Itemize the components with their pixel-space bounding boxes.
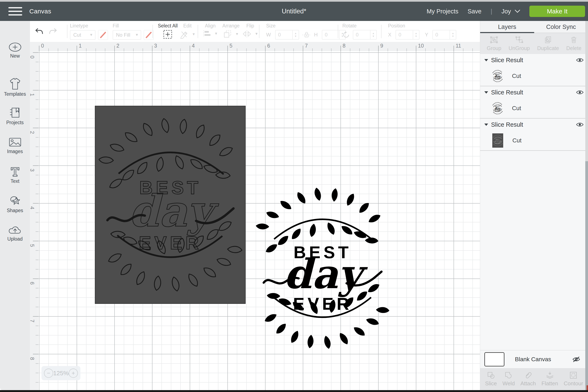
- stepper-icon[interactable]: ▲▼: [450, 30, 456, 39]
- fill-swatch[interactable]: [144, 30, 154, 40]
- contour-button[interactable]: Contour: [562, 371, 584, 387]
- weld-button[interactable]: Weld: [501, 371, 516, 387]
- text-icon: [8, 166, 22, 177]
- group-button[interactable]: Group: [486, 36, 502, 52]
- layer-group: Slice Result Cut: [480, 86, 588, 118]
- layer-tools-bar: Slice Weld Attach Flatten Contour: [480, 368, 588, 390]
- select-all-button[interactable]: Select All: [156, 21, 180, 42]
- hamburger-menu-icon[interactable]: [8, 7, 22, 16]
- collapse-triangle-icon[interactable]: [484, 91, 488, 94]
- layer-row-cut[interactable]: Cut: [480, 131, 588, 150]
- layer-thumbnail: [492, 102, 503, 115]
- lock-aspect-icon[interactable]: [302, 31, 311, 38]
- linetype-swatch[interactable]: [98, 30, 108, 40]
- toolbar-divider: [152, 25, 153, 38]
- sidebar-item-new[interactable]: New: [0, 42, 30, 59]
- machine-selector[interactable]: Joy: [502, 8, 520, 15]
- duplicate-button[interactable]: Duplicate: [536, 36, 560, 52]
- make-it-button[interactable]: Make It: [529, 6, 585, 17]
- zoom-out-icon[interactable]: −: [44, 368, 53, 378]
- toolbar-divider: [259, 25, 260, 38]
- layers-panel: Layers Color Sync Group UnGroup Duplicat…: [480, 21, 588, 390]
- arrange-button[interactable]: Arrange ▼: [221, 21, 241, 42]
- eye-icon[interactable]: [576, 58, 584, 63]
- tab-color-sync[interactable]: Color Sync: [534, 21, 588, 33]
- save-link[interactable]: Save: [468, 8, 482, 15]
- layer-group: Slice Result Cut: [480, 118, 588, 151]
- sidebar-item-images[interactable]: Images: [0, 136, 30, 154]
- toolbar-divider: [381, 25, 382, 38]
- flatten-icon: [546, 372, 554, 379]
- flatten-button[interactable]: Flatten: [540, 371, 560, 387]
- sidebar-item-upload[interactable]: Upload: [0, 224, 30, 242]
- layer-row-cut[interactable]: Cut: [480, 66, 588, 86]
- contour-icon: [569, 372, 577, 379]
- collapse-triangle-icon[interactable]: [484, 59, 488, 61]
- rotate-label: Rotate: [342, 23, 377, 29]
- delete-button[interactable]: Delete: [565, 36, 582, 52]
- my-projects-link[interactable]: My Projects: [426, 8, 458, 15]
- horizontal-ruler: 0 1 2 3 4 5 6 7 8 9 10 11: [30, 42, 480, 52]
- dropdown-caret-icon: ▼: [235, 32, 239, 36]
- layer-thumbnail: [492, 134, 503, 148]
- stepper-icon[interactable]: ▲▼: [292, 30, 298, 39]
- stepper-icon[interactable]: ▲▼: [370, 30, 376, 39]
- linetype-select[interactable]: Cut▼: [70, 30, 96, 40]
- sidebar-item-templates[interactable]: Templates: [0, 78, 30, 97]
- eye-icon[interactable]: [576, 90, 584, 95]
- page-title: Canvas: [29, 2, 51, 21]
- eye-icon[interactable]: [576, 122, 584, 127]
- blank-canvas-row[interactable]: Blank Canvas: [480, 350, 588, 368]
- stepper-icon[interactable]: ▲▼: [413, 30, 419, 39]
- width-input[interactable]: ▲▼: [275, 30, 299, 40]
- align-button[interactable]: Align ▼: [202, 21, 219, 42]
- tab-layers[interactable]: Layers: [480, 21, 534, 33]
- dropdown-caret-icon: ▼: [90, 33, 93, 37]
- position-group: Position X ▲▼ Y ▲▼: [388, 21, 456, 42]
- position-label: Position: [388, 23, 456, 29]
- layer-thumbnail: [492, 70, 503, 82]
- collapse-triangle-icon[interactable]: [484, 124, 488, 126]
- slice-result-header[interactable]: Slice Result: [480, 54, 588, 66]
- rotate-group: Rotate ▲▼: [342, 21, 377, 42]
- zoom-in-icon[interactable]: +: [69, 368, 78, 378]
- scrollbar-track[interactable]: [585, 21, 588, 390]
- attach-button[interactable]: Attach: [519, 371, 537, 387]
- templates-icon: [8, 78, 22, 90]
- canvas-object-wreath[interactable]: [255, 180, 390, 356]
- edit-button[interactable]: Edit ▼: [181, 21, 194, 42]
- eye-off-icon[interactable]: [572, 356, 580, 362]
- position-x-input[interactable]: ▲▼: [396, 30, 420, 40]
- position-y-input[interactable]: ▲▼: [432, 30, 456, 40]
- canvas-object-mat-card[interactable]: [95, 106, 246, 304]
- topbar-divider: |: [491, 8, 492, 15]
- ungroup-button[interactable]: UnGroup: [508, 36, 531, 52]
- undo-icon[interactable]: [35, 28, 43, 35]
- duplicate-icon: [544, 36, 552, 44]
- top-bar: Canvas Untitled* My Projects Save | Joy …: [0, 2, 588, 21]
- redo-icon[interactable]: [49, 28, 57, 35]
- zoom-control: − 125% +: [42, 366, 80, 380]
- layer-row-cut[interactable]: Cut: [480, 98, 588, 118]
- window-bottom-edge: [0, 390, 588, 392]
- height-input[interactable]: ▲▼: [322, 30, 346, 40]
- flip-button[interactable]: Flip ▼: [243, 21, 258, 42]
- weld-icon: [505, 372, 512, 379]
- slice-icon: [487, 372, 495, 379]
- edit-icon: [180, 30, 189, 39]
- sidebar-item-shapes[interactable]: Shapes: [0, 195, 30, 214]
- slice-result-header[interactable]: Slice Result: [480, 86, 588, 98]
- rotate-input[interactable]: ▲▼: [353, 30, 377, 40]
- sidebar-item-projects[interactable]: Projects: [0, 107, 30, 126]
- toolbar-divider: [198, 25, 198, 38]
- slice-button[interactable]: Slice: [484, 371, 498, 387]
- canvas-color-swatch[interactable]: [484, 352, 504, 366]
- fill-select[interactable]: No Fill▼: [113, 30, 141, 40]
- toolbar-divider: [338, 25, 338, 38]
- sidebar-item-text[interactable]: Text: [0, 166, 30, 184]
- slice-result-header[interactable]: Slice Result: [480, 118, 588, 131]
- no-color-slash-icon: [145, 31, 152, 39]
- attach-icon: [524, 372, 532, 379]
- arrange-icon: [223, 30, 232, 38]
- size-label: Size: [266, 23, 346, 29]
